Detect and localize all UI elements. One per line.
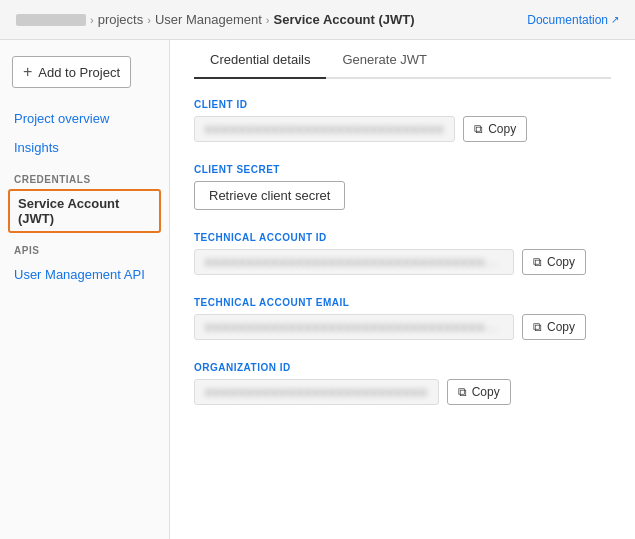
- breadcrumb-sep-2: ›: [147, 14, 151, 26]
- client-id-label: CLIENT ID: [194, 99, 611, 110]
- breadcrumb-sep-1: ›: [90, 14, 94, 26]
- client-id-copy-button[interactable]: ⧉ Copy: [463, 116, 527, 142]
- sidebar: + Add to Project Project overview Insigh…: [0, 40, 170, 539]
- technical-account-email-label: TECHNICAL ACCOUNT EMAIL: [194, 297, 611, 308]
- sidebar-item-user-management-api[interactable]: User Management API: [0, 260, 169, 289]
- sidebar-item-project-overview[interactable]: Project overview: [0, 104, 169, 133]
- sidebar-item-service-account-jwt[interactable]: Service Account (JWT): [8, 189, 161, 233]
- tab-generate-jwt[interactable]: Generate JWT: [326, 40, 443, 79]
- section-client-secret: CLIENT SECRET Retrieve client secret: [194, 164, 611, 210]
- copy-icon-technical-account-id: ⧉: [533, 255, 542, 269]
- technical-account-id-value: ●●●●●●●●●●●●●●●●●●●●●●●●●●●●●●●●●●●●●: [194, 249, 514, 275]
- client-id-row: ●●●●●●●●●●●●●●●●●●●●●●●●●●●●● ⧉ Copy: [194, 116, 611, 142]
- organization-id-value: ●●●●●●●●●●●●●●●●●●●●●●●●●●●: [194, 379, 439, 405]
- external-link-icon: ↗: [611, 14, 619, 25]
- breadcrumb-sep-3: ›: [266, 14, 270, 26]
- tabs-bar: Credential details Generate JWT: [194, 40, 611, 79]
- sidebar-item-insights[interactable]: Insights: [0, 133, 169, 162]
- client-id-copy-label: Copy: [488, 122, 516, 136]
- breadcrumb-projects[interactable]: projects: [98, 12, 144, 27]
- brand-logo: [16, 14, 86, 26]
- organization-id-copy-button[interactable]: ⧉ Copy: [447, 379, 511, 405]
- breadcrumb-current: Service Account (JWT): [274, 12, 415, 27]
- retrieve-client-secret-button[interactable]: Retrieve client secret: [194, 181, 345, 210]
- technical-account-id-row: ●●●●●●●●●●●●●●●●●●●●●●●●●●●●●●●●●●●●● ⧉ …: [194, 249, 611, 275]
- client-secret-row: Retrieve client secret: [194, 181, 611, 210]
- main-layout: + Add to Project Project overview Insigh…: [0, 40, 635, 539]
- section-organization-id: ORGANIZATION ID ●●●●●●●●●●●●●●●●●●●●●●●●…: [194, 362, 611, 405]
- sidebar-section-apis: APIS: [0, 233, 169, 260]
- section-technical-account-email: TECHNICAL ACCOUNT EMAIL ●●●●●●●●●●●●●●●●…: [194, 297, 611, 340]
- technical-account-email-row: ●●●●●●●●●●●●●●●●●●●●●●●●●●●●●●●●●●●●●●●●…: [194, 314, 611, 340]
- doc-link-label: Documentation: [527, 13, 608, 27]
- plus-icon: +: [23, 63, 32, 81]
- client-id-value: ●●●●●●●●●●●●●●●●●●●●●●●●●●●●●: [194, 116, 455, 142]
- section-technical-account-id: TECHNICAL ACCOUNT ID ●●●●●●●●●●●●●●●●●●●…: [194, 232, 611, 275]
- tab-credential-details[interactable]: Credential details: [194, 40, 326, 79]
- copy-icon-organization-id: ⧉: [458, 385, 467, 399]
- technical-account-id-copy-label: Copy: [547, 255, 575, 269]
- copy-icon-technical-account-email: ⧉: [533, 320, 542, 334]
- section-client-id: CLIENT ID ●●●●●●●●●●●●●●●●●●●●●●●●●●●●● …: [194, 99, 611, 142]
- main-content: Credential details Generate JWT CLIENT I…: [170, 40, 635, 539]
- header: › projects › User Management › Service A…: [0, 0, 635, 40]
- sidebar-section-credentials: CREDENTIALS: [0, 162, 169, 189]
- technical-account-email-value: ●●●●●●●●●●●●●●●●●●●●●●●●●●●●●●●●●●●●●●●●…: [194, 314, 514, 340]
- organization-id-copy-label: Copy: [472, 385, 500, 399]
- breadcrumb-user-management[interactable]: User Management: [155, 12, 262, 27]
- breadcrumb: › projects › User Management › Service A…: [16, 12, 415, 27]
- organization-id-row: ●●●●●●●●●●●●●●●●●●●●●●●●●●● ⧉ Copy: [194, 379, 611, 405]
- technical-account-email-copy-label: Copy: [547, 320, 575, 334]
- technical-account-id-label: TECHNICAL ACCOUNT ID: [194, 232, 611, 243]
- client-secret-label: CLIENT SECRET: [194, 164, 611, 175]
- documentation-link[interactable]: Documentation ↗: [527, 13, 619, 27]
- technical-account-email-copy-button[interactable]: ⧉ Copy: [522, 314, 586, 340]
- add-to-project-button[interactable]: + Add to Project: [12, 56, 131, 88]
- technical-account-id-copy-button[interactable]: ⧉ Copy: [522, 249, 586, 275]
- add-project-label: Add to Project: [38, 65, 120, 80]
- organization-id-label: ORGANIZATION ID: [194, 362, 611, 373]
- copy-icon-client-id: ⧉: [474, 122, 483, 136]
